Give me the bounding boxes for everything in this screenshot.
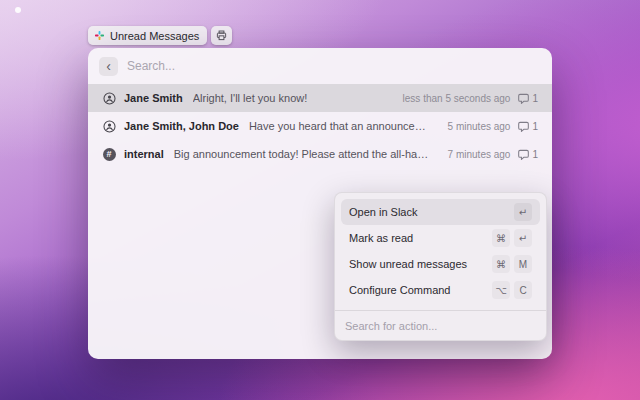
- action-menu: Open in Slack ↵ Mark as read ⌘ ↵ Show un…: [334, 192, 547, 341]
- unread-count-value: 1: [532, 149, 538, 160]
- message-sender: Jane Smith, John Doe: [124, 120, 239, 132]
- unread-count-value: 1: [532, 93, 538, 104]
- unread-count: 1: [518, 149, 538, 160]
- unread-count: 1: [518, 121, 538, 132]
- back-button[interactable]: ‹: [99, 57, 118, 76]
- screen: Unread Messages ‹: [0, 0, 640, 400]
- command-keycap: ⌘: [492, 255, 510, 273]
- message-sender: internal: [124, 148, 164, 160]
- action-mark-as-read[interactable]: Mark as read ⌘ ↵: [341, 225, 540, 251]
- launcher-window: ‹ Jane Smith Alright, I'll let you know!…: [88, 48, 552, 359]
- message-row[interactable]: Jane Smith, John Doe Have you heard that…: [88, 112, 552, 140]
- message-row-selected[interactable]: Jane Smith Alright, I'll let you know! l…: [88, 84, 552, 112]
- breadcrumb: Unread Messages: [88, 26, 232, 45]
- window-header: ‹: [88, 48, 552, 84]
- person-icon: [102, 91, 116, 105]
- message-time: 7 minutes ago: [448, 149, 511, 160]
- enter-keycap: ↵: [514, 229, 532, 247]
- action-label: Open in Slack: [349, 206, 417, 218]
- message-sender: Jane Smith: [124, 92, 183, 104]
- speech-bubble-icon: [518, 121, 529, 132]
- message-preview: Alright, I'll let you know!: [193, 92, 308, 104]
- command-keycap: ⌘: [492, 229, 510, 247]
- c-keycap: C: [514, 281, 532, 299]
- command-pill-label: Unread Messages: [110, 30, 199, 42]
- action-configure-command[interactable]: Configure Command ⌥ C: [341, 277, 540, 303]
- person-icon: [102, 119, 116, 133]
- message-preview: Big announcement today! Please attend th…: [174, 148, 432, 160]
- action-show-unread-messages[interactable]: Show unread messages ⌘ M: [341, 251, 540, 277]
- unread-count: 1: [518, 93, 538, 104]
- hash-icon: #: [102, 147, 116, 161]
- unread-count-value: 1: [532, 121, 538, 132]
- shortcut-keys: ⌥ C: [492, 281, 532, 299]
- action-label: Show unread messages: [349, 258, 467, 270]
- option-keycap: ⌥: [492, 281, 510, 299]
- action-label: Configure Command: [349, 284, 451, 296]
- enter-keycap: ↵: [514, 203, 532, 221]
- message-list: Jane Smith Alright, I'll let you know! l…: [88, 84, 552, 168]
- message-row[interactable]: # internal Big announcement today! Pleas…: [88, 140, 552, 168]
- message-time: less than 5 seconds ago: [403, 93, 511, 104]
- action-menu-items: Open in Slack ↵ Mark as read ⌘ ↵ Show un…: [335, 193, 546, 310]
- command-pill[interactable]: Unread Messages: [88, 26, 207, 45]
- shortcut-keys: ↵: [514, 203, 532, 221]
- shortcut-keys: ⌘ M: [492, 255, 532, 273]
- action-search-bar: [335, 310, 546, 340]
- slack-icon: [94, 30, 105, 41]
- action-open-in-slack[interactable]: Open in Slack ↵: [341, 199, 540, 225]
- shortcut-keys: ⌘ ↵: [492, 229, 532, 247]
- speech-bubble-icon: [518, 93, 529, 104]
- message-preview: Have you heard that an announcement is c…: [249, 120, 432, 132]
- action-search-input[interactable]: [345, 320, 536, 332]
- m-keycap: M: [514, 255, 532, 273]
- command-accessory-button[interactable]: [211, 26, 232, 45]
- wallpaper-highlight-dot: [15, 7, 21, 13]
- message-time: 5 minutes ago: [448, 121, 511, 132]
- action-label: Mark as read: [349, 232, 413, 244]
- printer-icon: [216, 30, 227, 41]
- search-input[interactable]: [127, 59, 541, 73]
- speech-bubble-icon: [518, 149, 529, 160]
